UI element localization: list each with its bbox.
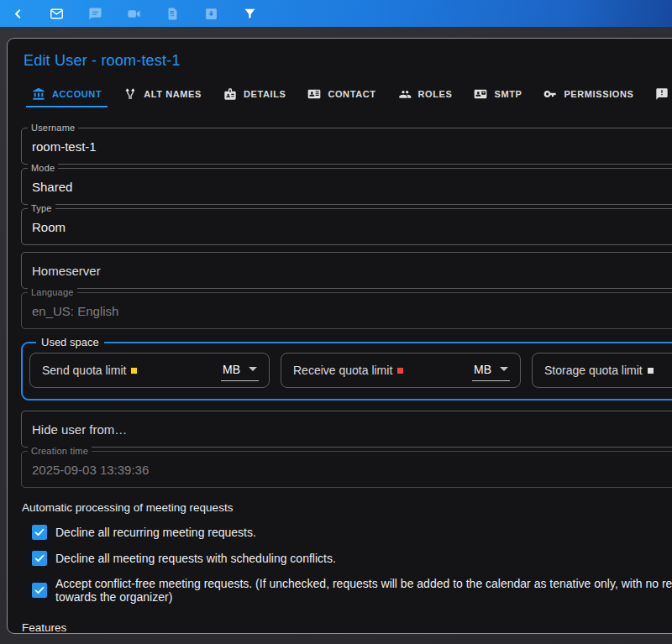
send-quota-unit-select[interactable]: MB: [221, 360, 259, 381]
language-label: Language: [28, 287, 77, 297]
tab-smtp[interactable]: SMTP: [468, 82, 528, 107]
receive-quota-field[interactable]: Receive quota limit MB: [281, 353, 521, 388]
features-heading: Features: [22, 621, 672, 634]
storage-quota-field[interactable]: Storage quota limit MB: [532, 353, 672, 388]
checkbox-checked-icon[interactable]: [32, 551, 47, 566]
language-field[interactable]: Language en_US: English: [21, 292, 672, 329]
creation-time-value: 2025-09-03 13:39:36: [32, 463, 149, 477]
tab-account[interactable]: ACCOUNT: [26, 82, 108, 107]
used-space-fieldset: Used space Send quota limit MB Recei: [21, 336, 672, 401]
storage-quota-label: Storage quota limit: [544, 364, 654, 377]
checkbox-label: Accept conflict-free meeting requests. (…: [55, 577, 672, 604]
people-icon: [398, 87, 418, 101]
quota-row: Send quota limit MB Receive quota limit: [29, 353, 672, 388]
page-title: Edit User - room-test-1: [24, 52, 672, 70]
archive-icon[interactable]: [198, 1, 223, 26]
chat-icon[interactable]: [82, 1, 108, 26]
top-toolbar: [0, 0, 672, 27]
chevron-down-icon: [500, 367, 508, 371]
tab-oof[interactable]: OOF: [649, 82, 672, 107]
feedback-bubble-icon: [655, 87, 672, 101]
edit-user-card: Edit User - room-test-1 ACCOUNT ALT NAME…: [7, 38, 672, 634]
type-value: Room: [32, 220, 66, 234]
key-icon: [543, 87, 564, 101]
checkbox-label: Decline all meeting requests with schedu…: [55, 552, 336, 565]
send-quota-label: Send quota limit: [42, 364, 137, 377]
badge-icon: [223, 87, 244, 101]
filter-icon[interactable]: [237, 1, 262, 26]
type-field[interactable]: Type Room: [21, 208, 672, 245]
username-label: Username: [28, 123, 78, 133]
alt-route-icon: [123, 87, 144, 101]
unit-value: MB: [223, 363, 240, 376]
tab-roles[interactable]: ROLES: [392, 82, 459, 107]
tab-label: ROLES: [418, 89, 453, 99]
decline-conflicts-checkbox-row[interactable]: Decline all meeting requests with schedu…: [32, 551, 672, 566]
language-value: en_US: English: [32, 304, 118, 318]
meeting-section-heading: Automatic processing of meeting requests: [22, 501, 672, 514]
tab-permissions[interactable]: PERMISSIONS: [538, 82, 639, 107]
tab-label: ACCOUNT: [52, 89, 102, 99]
tab-details[interactable]: DETAILS: [218, 82, 291, 107]
creation-time-label: Creation time: [28, 446, 92, 456]
used-space-legend: Used space: [36, 336, 104, 348]
tab-contact[interactable]: CONTACT: [302, 82, 381, 107]
hide-user-placeholder: Hide user from…: [32, 422, 127, 437]
type-label: Type: [28, 203, 55, 213]
checkbox-checked-icon[interactable]: [32, 583, 47, 598]
hide-user-field[interactable]: Hide user from…: [21, 411, 672, 448]
tab-bar: ACCOUNT ALT NAMES DETAILS CONTACT ROLES …: [26, 82, 672, 107]
account-balance-icon: [32, 87, 52, 101]
storage-quota-marker: [648, 368, 654, 374]
contact-card-icon: [307, 87, 328, 101]
decline-recurring-checkbox-row[interactable]: Decline all recurring meeting requests.: [32, 525, 672, 540]
homeserver-placeholder: Homeserver: [32, 264, 101, 278]
receive-quota-label: Receive quota limit: [293, 364, 403, 377]
contact-mail-icon: [474, 87, 494, 101]
send-quota-field[interactable]: Send quota limit MB: [29, 353, 270, 388]
meet-icon[interactable]: [121, 1, 146, 26]
tab-label: PERMISSIONS: [564, 89, 633, 99]
creation-time-field[interactable]: Creation time 2025-09-03 13:39:36: [21, 451, 672, 488]
tab-label: ALT NAMES: [144, 89, 202, 99]
account-form: Username room-test-1 Mode Shared Type Ro…: [21, 128, 672, 488]
accept-conflict-free-checkbox-row[interactable]: Accept conflict-free meeting requests. (…: [32, 577, 672, 604]
unit-value: MB: [474, 363, 491, 376]
checkbox-label: Decline all recurring meeting requests.: [55, 526, 256, 539]
tab-label: DETAILS: [244, 89, 286, 99]
chevron-down-icon: [249, 367, 257, 371]
mode-value: Shared: [32, 180, 72, 194]
homeserver-field[interactable]: Homeserver: [21, 252, 672, 289]
receive-quota-unit-select[interactable]: MB: [472, 360, 510, 381]
username-value: room-test-1: [32, 139, 97, 154]
mail-icon[interactable]: [44, 1, 69, 26]
username-field[interactable]: Username room-test-1: [21, 128, 672, 165]
mode-label: Mode: [28, 163, 58, 173]
send-quota-marker: [131, 368, 137, 374]
checkbox-checked-icon[interactable]: [32, 525, 47, 540]
tab-label: CONTACT: [328, 89, 375, 99]
document-icon[interactable]: [160, 1, 185, 26]
back-icon[interactable]: [5, 1, 30, 26]
receive-quota-marker: [397, 368, 403, 374]
mode-field[interactable]: Mode Shared: [21, 168, 672, 205]
tab-alt-names[interactable]: ALT NAMES: [118, 82, 207, 107]
tab-label: SMTP: [494, 89, 522, 99]
